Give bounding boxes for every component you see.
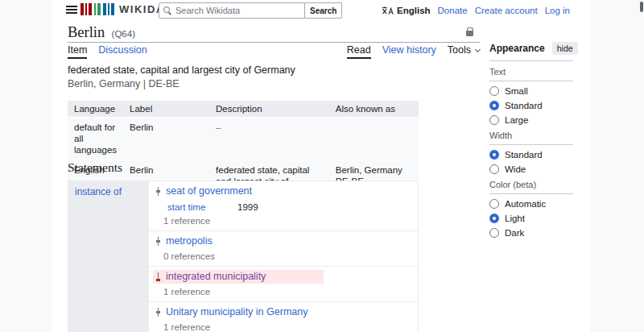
table-row: default for all languages Berlin – xyxy=(68,118,419,160)
top-header: WIKIDATA Search English Donate Create ac… xyxy=(52,0,590,21)
references-toggle[interactable]: 1 reference xyxy=(163,321,411,332)
section-label: Color (beta) xyxy=(489,174,573,194)
create-account-link[interactable]: Create account xyxy=(475,6,538,15)
entity-id: (Q64) xyxy=(112,29,135,39)
cell-label: Berlin xyxy=(123,118,209,160)
search-bar: Search xyxy=(159,2,342,19)
entity-description: federated state, capital and largest cit… xyxy=(68,64,480,77)
appearance-title: Appearance xyxy=(489,43,545,54)
hamburger-menu-icon[interactable] xyxy=(66,6,77,15)
search-input[interactable] xyxy=(159,2,305,19)
references-toggle[interactable]: 1 reference xyxy=(163,214,411,228)
language-label: English xyxy=(397,6,431,15)
rank-deprecated-icon[interactable] xyxy=(156,272,160,281)
statements-section: Statements instance of seat of governmen… xyxy=(68,160,480,332)
rank-selector-icon[interactable] xyxy=(156,308,160,317)
claim-value-link[interactable]: seat of government xyxy=(166,185,252,197)
header-user-links: English Donate Create account Log in xyxy=(382,6,570,15)
qualifier-row: start time 1999 xyxy=(167,201,411,213)
radio-icon[interactable] xyxy=(489,164,499,174)
appearance-panel: Appearance hide Text Small Standard Larg… xyxy=(489,42,573,238)
statement-claims-column: seat of government start time 1999 1 ref… xyxy=(149,181,418,332)
radio-checked-icon[interactable] xyxy=(489,214,499,223)
column-header-description: Description xyxy=(209,101,329,118)
cell-description: – xyxy=(209,118,329,160)
claim-value-link[interactable]: integrated municipality xyxy=(166,271,266,283)
references-toggle[interactable]: 1 reference xyxy=(163,285,411,299)
column-header-aliases: Also known as xyxy=(329,101,419,118)
tab-read[interactable]: Read xyxy=(347,44,371,59)
claim-value-row: Unitary municipality in Germany xyxy=(153,305,411,319)
language-selector[interactable]: English xyxy=(382,6,431,15)
statements-heading: Statements xyxy=(68,160,480,175)
terms-table-header-row: Language Label Description Also known as xyxy=(68,101,419,118)
claim: integrated municipality 1 reference xyxy=(149,267,418,302)
radio-checked-icon[interactable] xyxy=(489,150,499,160)
tab-discussion[interactable]: Discussion xyxy=(98,44,147,57)
lock-icon xyxy=(466,31,473,36)
claim: seat of government start time 1999 1 ref… xyxy=(149,181,418,231)
entity-summary: federated state, capital and largest cit… xyxy=(68,64,480,90)
cell-language: default for all languages xyxy=(68,118,123,160)
references-toggle[interactable]: 0 references xyxy=(163,250,411,264)
appearance-header: Appearance hide xyxy=(489,42,573,61)
section-label: Text xyxy=(489,61,573,81)
radio-checked-icon[interactable] xyxy=(489,101,499,110)
donate-link[interactable]: Donate xyxy=(438,6,468,15)
statement-group: instance of seat of government start tim… xyxy=(68,181,419,332)
column-header-language: Language xyxy=(68,101,123,118)
claim-value-link[interactable]: metropolis xyxy=(166,235,213,247)
tab-item[interactable]: Item xyxy=(68,44,87,59)
tab-bar: Item Discussion Read View history Tools xyxy=(68,44,480,58)
radio-option-dark[interactable]: Dark xyxy=(489,228,573,238)
claim: Unitary municipality in Germany 1 refere… xyxy=(149,302,418,332)
radio-option-wide[interactable]: Wide xyxy=(489,164,573,174)
column-header-label: Label xyxy=(123,101,209,118)
rank-selector-icon[interactable] xyxy=(156,187,160,196)
radio-icon[interactable] xyxy=(489,86,499,96)
title-row: Berlin (Q64) xyxy=(68,24,480,43)
claim-value-row-deprecated: integrated municipality xyxy=(153,270,324,284)
search-icon xyxy=(163,6,170,13)
radio-icon[interactable] xyxy=(489,199,499,209)
rank-selector-icon[interactable] xyxy=(156,237,160,246)
entity-aliases: Berlin, Germany | DE-BE xyxy=(68,77,480,91)
search-button[interactable]: Search xyxy=(305,2,342,19)
appearance-section-width: Width Standard Wide xyxy=(489,125,573,174)
tab-tools[interactable]: Tools xyxy=(448,44,480,57)
property-link[interactable]: instance of xyxy=(75,186,122,197)
hide-button[interactable]: hide xyxy=(552,42,578,55)
radio-option-light[interactable]: Light xyxy=(489,214,573,223)
radio-icon[interactable] xyxy=(489,228,499,238)
log-in-link[interactable]: Log in xyxy=(545,6,570,15)
page-title: Berlin xyxy=(68,24,105,40)
radio-option-small[interactable]: Small xyxy=(489,86,573,96)
wikidata-logo-bars-icon xyxy=(80,3,114,15)
appearance-section-color: Color (beta) Automatic Light Dark xyxy=(489,174,573,238)
claim-value-row: metropolis xyxy=(153,234,411,248)
scrollbar-thumb[interactable] xyxy=(640,2,643,12)
chevron-down-icon xyxy=(475,46,481,52)
radio-option-automatic[interactable]: Automatic xyxy=(489,199,573,209)
qualifier-value: 1999 xyxy=(237,201,258,213)
radio-option-standard-text[interactable]: Standard xyxy=(489,101,573,110)
language-icon xyxy=(382,6,394,15)
radio-option-large[interactable]: Large xyxy=(489,115,573,125)
radio-option-standard-width[interactable]: Standard xyxy=(489,150,573,160)
claim-value-link[interactable]: Unitary municipality in Germany xyxy=(166,306,308,318)
tab-view-history[interactable]: View history xyxy=(382,44,436,57)
qualifier-property-link[interactable]: start time xyxy=(167,201,237,213)
claim: metropolis 0 references xyxy=(149,231,418,267)
cell-aliases xyxy=(329,118,419,160)
page-container: WIKIDATA Search English Donate Create ac… xyxy=(52,0,590,332)
vertical-scrollbar[interactable] xyxy=(639,0,644,332)
radio-icon[interactable] xyxy=(489,115,499,125)
statement-property-column: instance of xyxy=(68,181,149,332)
claim-value-row: seat of government xyxy=(153,185,411,198)
section-label: Width xyxy=(489,125,573,145)
appearance-section-text: Text Small Standard Large xyxy=(489,61,573,125)
